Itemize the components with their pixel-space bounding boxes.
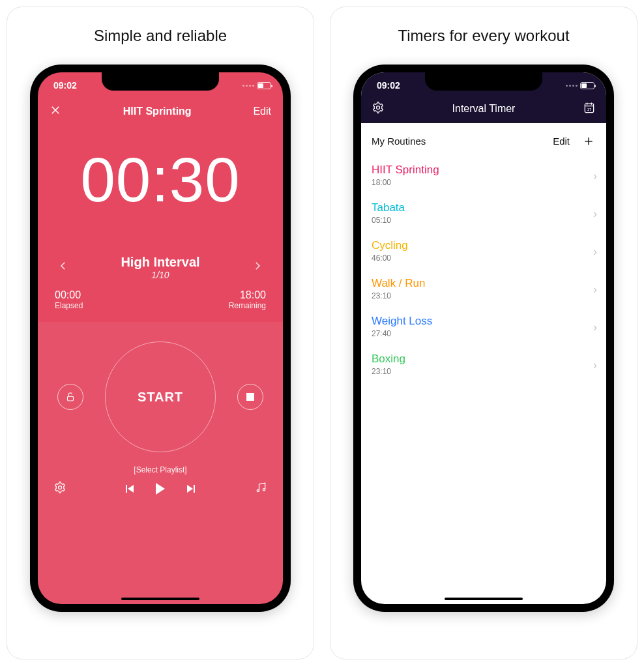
stop-button[interactable]: [237, 384, 263, 410]
settings-icon[interactable]: [53, 481, 66, 497]
timer-screen: 09:02 HIIT Sprinting Edit 00:30: [38, 72, 283, 604]
routine-name: Walk / Run: [372, 277, 596, 290]
phone-right: 09:02 Interval Timer 17: [353, 65, 614, 612]
routine-name: Boxing: [372, 353, 596, 366]
nav-bar: HIIT Sprinting Edit: [38, 98, 283, 124]
status-time: 09:02: [377, 80, 400, 91]
remaining-label: Remaining: [229, 301, 266, 310]
music-icon[interactable]: [254, 481, 267, 497]
lock-button[interactable]: [57, 384, 83, 410]
svg-point-2: [257, 489, 259, 491]
routine-duration: 18:00: [372, 178, 596, 187]
prev-track-button[interactable]: [126, 485, 134, 493]
svg-text:17: 17: [587, 108, 591, 111]
nav-title: HIIT Sprinting: [123, 106, 192, 117]
home-indicator: [445, 598, 523, 600]
caption-left: Simple and reliable: [94, 27, 227, 45]
routine-name: Cycling: [372, 239, 596, 252]
routine-duration: 27:40: [372, 329, 596, 338]
chevron-right-icon: ›: [593, 207, 597, 221]
routine-duration: 05:10: [372, 216, 596, 225]
panel-left: Simple and reliable 09:02 HIIT Sprinting…: [7, 7, 314, 659]
home-indicator: [121, 598, 199, 600]
signal-icon: [242, 85, 254, 87]
chevron-right-icon: ›: [593, 358, 597, 372]
select-playlist-button[interactable]: [Select Playlist]: [38, 465, 283, 474]
caption-right: Timers for every workout: [398, 27, 569, 45]
lower-panel: START [Select Playlist]: [38, 322, 283, 604]
stop-icon: [246, 393, 254, 401]
svg-point-3: [263, 489, 265, 491]
signal-icon: [566, 85, 578, 87]
routine-item[interactable]: Cycling46:00›: [361, 233, 606, 270]
svg-point-4: [377, 106, 380, 109]
nav-title: Interval Timer: [452, 103, 516, 115]
play-icon: [156, 483, 165, 495]
interval-name: High Interval: [121, 255, 199, 270]
phone-left: 09:02 HIIT Sprinting Edit 00:30: [30, 65, 291, 612]
close-icon[interactable]: [50, 104, 61, 119]
chevron-right-icon: ›: [593, 245, 597, 259]
interval-row: High Interval 1/10: [38, 255, 283, 280]
elapsed-time: 00:00: [55, 289, 83, 301]
prev-interval-button[interactable]: [55, 256, 72, 279]
routine-item[interactable]: Boxing23:10›: [361, 346, 606, 384]
svg-rect-0: [68, 396, 74, 401]
settings-icon[interactable]: [372, 101, 385, 117]
chevron-right-icon: ›: [593, 321, 597, 334]
calendar-icon[interactable]: 17: [583, 101, 596, 117]
routine-duration: 23:10: [372, 367, 596, 376]
remaining-time: 18:00: [229, 289, 266, 301]
next-track-button[interactable]: [187, 485, 195, 493]
routine-duration: 23:10: [372, 291, 596, 300]
status-time: 09:02: [53, 80, 77, 91]
panel-right: Timers for every workout 09:02: [330, 7, 637, 659]
add-button[interactable]: ＋: [581, 131, 596, 151]
notch: [102, 72, 219, 91]
routine-item[interactable]: Tabata05:10›: [361, 195, 606, 233]
chevron-right-icon: ›: [593, 169, 597, 183]
routine-name: HIIT Sprinting: [372, 164, 596, 177]
battery-icon: [580, 82, 594, 89]
section-title: My Routines: [372, 136, 426, 147]
nav-bar: Interval Timer 17: [361, 98, 606, 123]
routine-item[interactable]: Walk / Run23:10›: [361, 270, 606, 308]
battery-icon: [257, 82, 271, 89]
interval-count: 1/10: [121, 270, 199, 280]
svg-point-1: [59, 486, 62, 489]
routine-name: Weight Loss: [372, 315, 596, 328]
routine-item[interactable]: Weight Loss27:40›: [361, 308, 606, 346]
edit-button[interactable]: Edit: [553, 136, 570, 147]
edit-button[interactable]: Edit: [253, 106, 271, 117]
countdown-time: 00:30: [38, 144, 283, 216]
routines-list: HIIT Sprinting18:00›Tabata05:10›Cycling4…: [361, 157, 606, 604]
routine-duration: 46:00: [372, 253, 596, 263]
next-interval-button[interactable]: [249, 256, 266, 279]
start-label: START: [138, 390, 183, 405]
play-button[interactable]: [156, 483, 165, 495]
notch: [425, 72, 542, 91]
status-right: [242, 82, 271, 89]
routine-item[interactable]: HIIT Sprinting18:00›: [361, 157, 606, 195]
chevron-right-icon: ›: [593, 283, 597, 297]
start-button[interactable]: START: [105, 341, 216, 452]
list-screen: 09:02 Interval Timer 17: [361, 72, 606, 604]
times-row: 00:00 Elapsed 18:00 Remaining: [38, 280, 283, 322]
list-header: My Routines Edit ＋: [361, 123, 606, 157]
routine-name: Tabata: [372, 201, 596, 214]
status-right: [566, 82, 594, 89]
elapsed-label: Elapsed: [55, 301, 83, 310]
